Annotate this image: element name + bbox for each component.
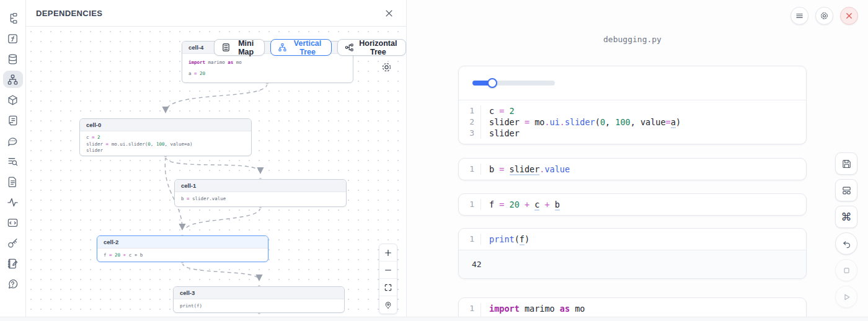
notebook-top-actions: [790, 7, 858, 25]
line-number-gutter: 123: [459, 105, 481, 139]
mini-map-button[interactable]: Mini Map: [214, 39, 265, 56]
close-panel-button[interactable]: [381, 6, 396, 20]
packages-icon: [7, 94, 19, 106]
code-token: ): [525, 234, 529, 244]
line-number: 2: [459, 117, 474, 128]
menu-icon: [795, 11, 804, 20]
node-code-line: slider: [86, 147, 245, 154]
slider-handle[interactable]: [487, 78, 497, 88]
code-token: mo: [233, 59, 242, 65]
code-editor[interactable]: 1f = 20 + c + b: [459, 194, 806, 215]
fullscreen-icon: [384, 283, 392, 292]
notebook-filename[interactable]: debugging.py: [458, 35, 807, 44]
scratchpad-sidebar-item[interactable]: [5, 257, 21, 270]
code-token: ui: [550, 117, 560, 127]
code-content[interactable]: f = 20 + c + b: [481, 199, 806, 210]
datasources-sidebar-item[interactable]: [5, 52, 21, 66]
layout-button[interactable]: [835, 179, 857, 201]
play-icon: [841, 292, 852, 302]
dependencies-icon: [7, 74, 19, 86]
zoom-out-button[interactable]: [379, 262, 397, 279]
outline-sidebar-item[interactable]: [5, 154, 21, 168]
packages-sidebar-item[interactable]: [5, 93, 21, 107]
code-content[interactable]: c = 2slider = mo.ui.slider(0, 100, value…: [481, 105, 806, 139]
settings-button[interactable]: [815, 7, 833, 25]
help-sidebar-item[interactable]: [5, 277, 21, 291]
dependency-graph-canvas[interactable]: cell-4import marimo as moa = 20cell-0c =…: [26, 27, 406, 321]
helper-sidebar: [0, 0, 26, 321]
graph-settings-button[interactable]: [381, 61, 393, 74]
code-token: 2: [510, 106, 515, 116]
stop-button[interactable]: [835, 259, 857, 281]
vertical-tree-icon: [278, 43, 287, 52]
code-token: 20: [115, 252, 120, 258]
secrets-sidebar-item[interactable]: [5, 236, 21, 250]
code-token: , value=a): [164, 141, 192, 147]
edge-cell2-cell3: [182, 263, 259, 280]
app-footer: [0, 317, 868, 321]
code-token: c + b: [129, 252, 143, 258]
code-editor[interactable]: 123c = 2slider = mo.ui.slider(0, 100, va…: [459, 100, 806, 144]
dependencies-panel: DEPENDENCIES: [26, 0, 407, 321]
code-line: f = 20 + c + b: [489, 199, 806, 210]
slider-widget[interactable]: [472, 80, 555, 86]
graph-node-cell-1[interactable]: cell-1b = slider.value: [174, 179, 347, 207]
horizontal-tree-button[interactable]: Horizontal Tree: [337, 39, 406, 56]
file-tree-sidebar-item[interactable]: [5, 11, 21, 25]
dependencies-sidebar-item[interactable]: [5, 73, 21, 86]
variables-sidebar-item[interactable]: [5, 32, 21, 45]
code-token: =: [89, 134, 98, 140]
code-token: =: [184, 196, 193, 201]
node-code-line: slider = mo.ui.slider(0, 100, value=a): [86, 141, 245, 148]
graph-node-cell-0[interactable]: cell-0c = 2slider = mo.ui.slider(0, 100,…: [79, 118, 252, 156]
undo-button[interactable]: [835, 232, 857, 255]
stop-icon: [841, 265, 852, 276]
code-token: ,: [151, 141, 156, 147]
code-line: b = slider.value: [489, 164, 806, 175]
code-token: marimo: [520, 304, 560, 314]
code-token: (: [595, 117, 600, 127]
code-token: =: [107, 252, 115, 258]
menu-button[interactable]: [790, 7, 808, 25]
chat-sidebar-item[interactable]: [5, 134, 21, 147]
code-content[interactable]: print(f): [481, 234, 806, 245]
zoom-in-button[interactable]: [379, 244, 397, 262]
code-editor[interactable]: 1b = slider.value: [459, 159, 806, 180]
run-button[interactable]: [835, 286, 857, 308]
snippets-sidebar-item[interactable]: [5, 175, 21, 188]
code-token: mo: [534, 117, 544, 127]
code-line: c = 2: [489, 105, 806, 117]
line-number-gutter: 1: [459, 199, 481, 210]
save-button[interactable]: [835, 152, 857, 175]
node-code: b = slider.value: [175, 192, 346, 205]
cell-output-widget: [459, 66, 806, 100]
center-view-button[interactable]: [379, 296, 397, 314]
graph-node-cell-3[interactable]: cell-3print(f): [173, 286, 345, 313]
notebook-action-rail: ⌘: [835, 152, 857, 308]
code-token: f: [520, 234, 525, 245]
vertical-tree-button[interactable]: Vertical Tree: [270, 39, 331, 56]
documentation-icon: [7, 115, 19, 126]
minus-icon: [384, 266, 392, 275]
gear-icon: [820, 11, 829, 20]
tracing-sidebar-item[interactable]: [5, 195, 21, 209]
layout-icon: [841, 185, 852, 196]
node-code: print(f): [174, 299, 344, 312]
shutdown-button[interactable]: [840, 7, 858, 25]
fit-view-button[interactable]: [379, 279, 397, 296]
code-token: 100: [615, 117, 630, 127]
code-token: slider: [489, 128, 520, 138]
code-token: print: [489, 234, 515, 244]
graph-zoom-controls: [379, 244, 397, 314]
code-content[interactable]: b = slider.value: [481, 164, 806, 175]
code-token: as: [560, 304, 570, 314]
datasources-icon: [7, 53, 19, 65]
gear-icon: [381, 61, 392, 73]
code-token: 2: [97, 134, 100, 140]
documentation-sidebar-item[interactable]: [5, 113, 21, 127]
command-palette-button[interactable]: ⌘: [835, 206, 857, 228]
node-title: cell-2: [97, 236, 268, 248]
graph-node-cell-2[interactable]: cell-2f = 20 + c + b: [97, 235, 268, 262]
code-editor[interactable]: 1print(f): [459, 229, 806, 250]
console-sidebar-item[interactable]: [5, 216, 21, 229]
